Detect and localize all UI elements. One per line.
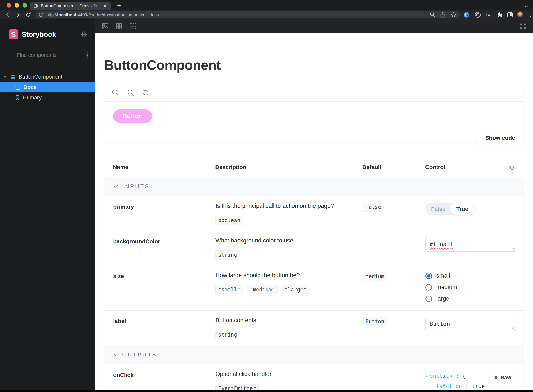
sidebar-item-label: Primary	[23, 94, 42, 101]
target-extension-icon[interactable]	[474, 11, 481, 18]
resize-handle[interactable]	[512, 248, 515, 251]
zoom-out-icon[interactable]	[126, 89, 135, 97]
share-icon[interactable]	[440, 12, 446, 18]
radio-selected-icon[interactable]	[425, 273, 432, 279]
label-input[interactable]: Button	[425, 317, 516, 331]
sidebar-item-docs[interactable]: Docs	[0, 82, 95, 92]
radio-option-small[interactable]: small	[425, 272, 515, 279]
type-chip: "medium"	[247, 285, 278, 294]
reload-icon[interactable]	[26, 12, 31, 18]
window-close-button[interactable]	[6, 3, 11, 8]
type-chip: "small"	[215, 285, 243, 294]
object-open-brace: {	[462, 373, 465, 379]
search-input[interactable]	[17, 52, 84, 58]
new-tab-button[interactable]: +	[117, 1, 121, 10]
sidebar-item-label: Docs	[23, 84, 37, 90]
radio-label: medium	[436, 284, 457, 291]
url-bar[interactable]: http://localhost:4400/?path=/docs/button…	[36, 11, 459, 18]
table-row-backgroundcolor: backgroundColor What background color to…	[104, 231, 523, 266]
prop-name: onClick	[113, 371, 215, 391]
resize-handle[interactable]	[512, 327, 515, 331]
raw-label: RAW	[501, 375, 511, 380]
password-manager-extension-icon[interactable]	[463, 11, 470, 18]
fullscreen-expand-icon[interactable]	[519, 22, 527, 31]
default-chip: false	[363, 203, 384, 212]
tab-close-icon[interactable]: ✕	[103, 4, 107, 9]
expander-caret-icon[interactable]	[4, 76, 7, 78]
profile-avatar[interactable]	[517, 11, 524, 18]
browser-menu-icon[interactable]: ⋮	[528, 12, 533, 18]
url-host: localhost	[57, 12, 76, 17]
chevron-down-icon	[113, 353, 118, 356]
grid-toggle-icon[interactable]	[115, 22, 123, 30]
prop-description: How large should the button be?	[215, 272, 363, 279]
radio-label: small	[436, 272, 450, 279]
raw-toggle-button[interactable]: RAW	[490, 372, 515, 383]
backgrounds-image-icon[interactable]	[101, 22, 109, 30]
object-value: true	[472, 383, 485, 389]
boolean-toggle[interactable]: False True	[425, 203, 475, 215]
window-minimize-button[interactable]	[14, 3, 19, 8]
object-tree[interactable]: ▾onClick : { isAction : true }	[425, 371, 485, 391]
section-outputs[interactable]: OUTPUTS	[104, 345, 523, 364]
settings-gear-icon[interactable]	[80, 31, 88, 38]
prop-description: Is this the principal call to action on …	[215, 203, 363, 209]
zoom-in-icon[interactable]	[111, 89, 120, 97]
toggle-false-label[interactable]: False	[425, 203, 451, 215]
radio-icon[interactable]	[425, 296, 432, 302]
storybook-brand: Storybook	[22, 30, 80, 39]
type-chip: EventEmitter	[215, 384, 259, 391]
back-icon[interactable]	[5, 12, 10, 18]
site-info-icon[interactable]	[39, 12, 44, 17]
object-key[interactable]: isAction :	[436, 383, 469, 389]
browser-tab[interactable]: ButtonComponent - Docs · St ✕	[30, 1, 111, 10]
column-header-name: Name	[113, 164, 215, 171]
prop-description: Button contents	[215, 317, 363, 324]
extensions-puzzle-icon[interactable]	[497, 11, 503, 18]
column-header-default: Default	[362, 164, 425, 171]
search-shortcut-key: /	[87, 51, 88, 59]
component-search[interactable]: /	[9, 49, 87, 61]
json-extension-icon[interactable]: {≡}	[486, 13, 492, 17]
measure-tool-icon[interactable]	[129, 22, 137, 30]
tab-overflow-chevron-icon[interactable]: ⌄	[524, 2, 529, 9]
sidebar-item-primary[interactable]: Primary	[0, 92, 95, 103]
browser-toolbar: http://localhost:4400/?path=/docs/button…	[0, 10, 533, 19]
reset-controls-icon[interactable]	[508, 164, 515, 171]
preview-zoom-toolbar	[104, 84, 523, 102]
type-chip: "large"	[282, 285, 309, 294]
storybook-sidebar: S Storybook /	[0, 19, 95, 392]
bookmark-star-icon[interactable]	[450, 12, 457, 18]
toggle-true-label[interactable]: True	[450, 203, 475, 215]
table-row-label: label Button contents string Button Butt…	[104, 311, 523, 345]
section-inputs[interactable]: INPUTS	[104, 177, 523, 196]
column-header-description: Description	[215, 164, 362, 171]
args-table: INPUTS primary Is this the principal cal…	[104, 177, 524, 391]
zoom-page-icon[interactable]	[430, 12, 435, 18]
show-code-button[interactable]: Show code	[477, 131, 524, 145]
backgroundcolor-input[interactable]: #ffaaff	[425, 237, 516, 252]
radio-option-medium[interactable]: medium	[425, 284, 515, 291]
tree-caret-icon[interactable]: ▾	[425, 374, 428, 378]
tab-title: ButtonComponent - Docs · St	[41, 4, 97, 8]
column-header-control: Control	[425, 164, 445, 171]
window-bottom-edge	[0, 391, 533, 392]
side-panel-icon[interactable]	[507, 12, 513, 17]
prop-name: label	[113, 317, 215, 341]
story-tree: ButtonComponent Docs Primary	[0, 71, 95, 103]
forward-icon[interactable]	[15, 12, 21, 18]
window-controls[interactable]	[6, 3, 27, 8]
radio-icon[interactable]	[425, 284, 432, 291]
backgroundcolor-value: #ffaaff	[430, 241, 454, 247]
table-row-size: size How large should the button be? "sm…	[104, 266, 523, 311]
preview-button[interactable]: Button	[113, 109, 152, 123]
sidebar-item-buttoncomponent[interactable]: ButtonComponent	[0, 71, 95, 82]
story-preview: Button Show code	[104, 84, 524, 142]
browser-window: ButtonComponent - Docs · St ✕ + ⌄ http:/…	[0, 0, 533, 392]
object-key[interactable]: onClick :	[430, 373, 459, 379]
radio-option-large[interactable]: large	[425, 295, 515, 302]
zoom-reset-icon[interactable]	[141, 89, 150, 97]
window-maximize-button[interactable]	[23, 3, 27, 8]
default-chip: Button	[363, 317, 387, 326]
args-table-header: Name Description Default Control	[104, 164, 524, 177]
